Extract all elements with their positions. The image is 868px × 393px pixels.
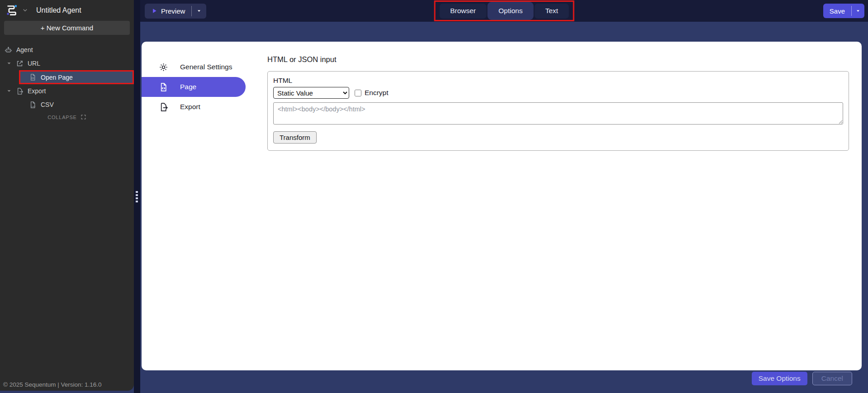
expand-icon (81, 114, 86, 120)
options-content: General Settings Page (140, 22, 868, 393)
topbar: Preview Browser Options Text Save (140, 0, 868, 22)
nav-item-general-settings[interactable]: General Settings (142, 57, 246, 77)
tree-item-open-page annotation-box[interactable]: Open Page (19, 70, 134, 84)
transform-button[interactable]: Transform (273, 131, 317, 144)
file-export-icon (159, 102, 168, 112)
html-field-label: HTML (273, 77, 843, 85)
sidebar: Untitled Agent + New Command Agent (0, 0, 134, 391)
nav-item-export[interactable]: Export (142, 97, 246, 117)
tree-item-label: Agent (16, 46, 33, 53)
tab-text[interactable]: Text (534, 4, 569, 19)
tree-item-label: CSV (41, 101, 54, 108)
preview-dropdown-button[interactable] (192, 4, 206, 19)
robot-icon (5, 46, 12, 54)
tree-item-agent[interactable]: Agent (0, 43, 134, 57)
form-heading: HTML or JSON input (267, 55, 849, 64)
preview-label: Preview (161, 7, 185, 15)
nav-item-label: Page (180, 83, 196, 91)
main-area: Preview Browser Options Text Save (140, 0, 868, 393)
save-dropdown-button[interactable] (852, 4, 864, 18)
sidebar-resize-gutter[interactable] (134, 0, 140, 393)
tab-browser[interactable]: Browser (439, 4, 487, 19)
options-panel: General Settings Page (142, 42, 862, 370)
svg-text:CSV: CSV (31, 105, 35, 107)
annotation-box-tabs: Browser Options Text (434, 0, 574, 21)
encrypt-option: Encrypt (355, 89, 389, 97)
tab-options[interactable]: Options (488, 2, 533, 20)
agent-menu-chevron-down-icon[interactable] (22, 7, 28, 14)
sidebar-header: Untitled Agent (0, 0, 134, 19)
options-nav: General Settings Page (142, 42, 246, 370)
html-input-groupbox: HTML Static Value Encrypt (267, 71, 849, 151)
save-options-button[interactable]: Save Options (752, 372, 807, 385)
tree-item-export[interactable]: Export (0, 84, 134, 98)
external-link-icon (16, 60, 24, 67)
tree-item-csv[interactable]: CSV CSV (0, 98, 134, 111)
preview-button[interactable]: Preview (145, 4, 206, 19)
app-root: Untitled Agent + New Command Agent (0, 0, 868, 393)
file-code-icon (29, 73, 37, 81)
collapse-label: COLLAPSE (47, 115, 76, 120)
nav-item-page[interactable]: Page (142, 77, 246, 97)
app-logo-icon[interactable] (5, 4, 18, 16)
nav-item-label: General Settings (180, 63, 232, 71)
tree-item-label: URL (28, 60, 40, 67)
version-footer: © 2025 Sequentum | Version: 1.16.0 (3, 381, 102, 388)
caret-down-icon (855, 8, 861, 14)
options-footer-actions: Save Options Cancel (752, 372, 852, 385)
save-button[interactable]: Save (823, 4, 864, 18)
tree-item-url[interactable]: URL (0, 57, 134, 70)
save-label: Save (823, 4, 851, 18)
drag-grip-icon[interactable] (136, 191, 138, 202)
file-export-icon (16, 87, 24, 95)
chevron-down-icon[interactable] (6, 60, 12, 67)
play-icon (151, 8, 157, 14)
chevron-down-icon[interactable] (6, 88, 12, 94)
file-code-icon (159, 82, 168, 92)
nav-item-label: Export (180, 103, 200, 111)
tree-item-label: Open Page (41, 74, 73, 81)
command-tree: Agent URL (0, 40, 134, 120)
page-options-form: HTML or JSON input HTML Static Value Enc… (246, 42, 862, 370)
gear-icon (159, 62, 168, 72)
file-csv-icon: CSV (29, 101, 37, 109)
collapse-tree-button[interactable]: COLLAPSE (0, 114, 134, 120)
agent-title: Untitled Agent (36, 6, 81, 14)
html-input-textarea[interactable] (273, 102, 843, 125)
caret-down-icon (196, 8, 202, 14)
encrypt-label: Encrypt (365, 89, 389, 97)
value-type-select[interactable]: Static Value (273, 87, 349, 99)
new-command-button[interactable]: + New Command (4, 21, 130, 35)
encrypt-checkbox[interactable] (355, 90, 361, 96)
tree-item-label: Export (28, 87, 46, 95)
cancel-button[interactable]: Cancel (812, 372, 852, 385)
